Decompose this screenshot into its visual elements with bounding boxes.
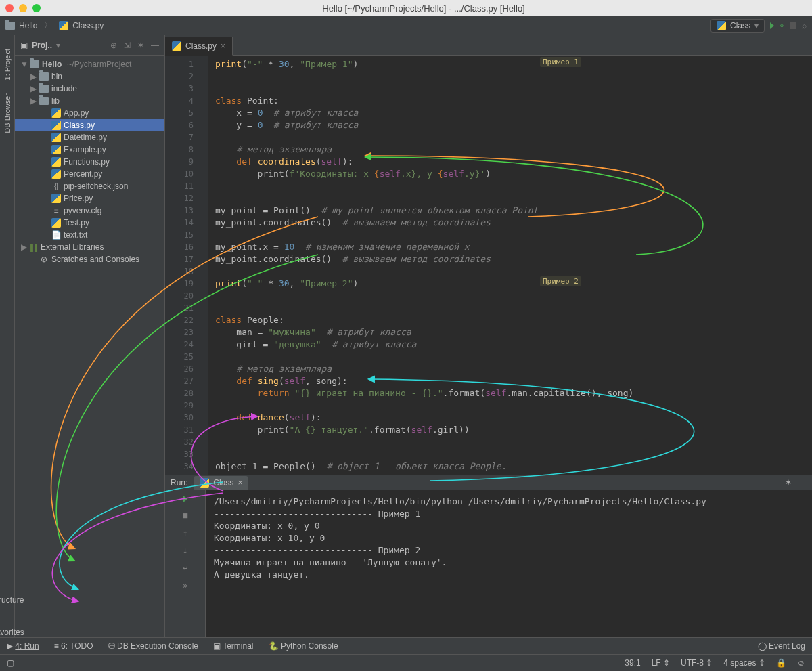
tool-tab-run[interactable]: ▶ 4: Run bbox=[7, 641, 39, 651]
close-window-icon[interactable] bbox=[5, 4, 14, 12]
tree-scratches[interactable]: ⊘Scratches and Consoles bbox=[15, 253, 164, 265]
inspection-icon[interactable]: ☺ bbox=[797, 658, 805, 668]
text-file-icon: 📄 bbox=[51, 230, 61, 240]
editor-area: Class.py × 12345678910111213141516171819… bbox=[165, 35, 812, 637]
file-encoding[interactable]: UTF-8 ⇕ bbox=[681, 658, 713, 668]
chevron-down-icon: ▾ bbox=[754, 21, 759, 30]
tree-file[interactable]: ⦃pip-selfcheck.json bbox=[15, 180, 164, 192]
python-file-icon bbox=[51, 145, 61, 154]
tool-tab-terminal[interactable]: ▣ Terminal bbox=[213, 641, 253, 651]
chevron-right-icon: 〉 bbox=[44, 20, 52, 31]
tool-window-toggle-icon[interactable]: ▢ bbox=[7, 658, 14, 668]
project-panel-title[interactable]: Proj.. bbox=[32, 41, 52, 50]
left-tool-gutter: 1: Project DB Browser bbox=[0, 35, 15, 637]
rerun-icon[interactable] bbox=[183, 496, 187, 502]
lock-icon[interactable]: 🔒 bbox=[776, 658, 786, 668]
debug-button-icon[interactable]: ⌖ bbox=[780, 21, 784, 30]
editor-tab[interactable]: Class.py × bbox=[165, 37, 233, 56]
window-title: Hello [~/PycharmProjects/Hello] - .../Cl… bbox=[41, 3, 807, 14]
navigation-bar: Hello 〉 Class.py Class ▾ ⌖ ⌕ bbox=[0, 16, 812, 35]
stop-button-icon[interactable] bbox=[790, 22, 796, 29]
gutter[interactable]: 1234567891011121314151617181920212223242… bbox=[165, 56, 199, 490]
python-file-icon bbox=[51, 218, 61, 228]
tree-file[interactable]: Example.py bbox=[15, 144, 164, 156]
python-file-icon bbox=[51, 121, 61, 130]
stop-icon[interactable]: ■ bbox=[183, 511, 187, 520]
status-bar: ▢ 39:1 LF ⇕ UTF-8 ⇕ 4 spaces ⇕ 🔒 ☺ bbox=[0, 654, 812, 671]
tool-tab-todo[interactable]: ≡ 6: TODO bbox=[54, 641, 93, 651]
fold-gutter[interactable] bbox=[199, 56, 208, 490]
tool-tab-structure[interactable]: 7: Structure bbox=[0, 586, 24, 605]
close-tab-icon[interactable]: × bbox=[238, 478, 242, 488]
tree-file[interactable]: Test.py bbox=[15, 217, 164, 229]
run-config-selector[interactable]: Class ▾ bbox=[710, 19, 765, 33]
inline-annotation: Пример 1 bbox=[540, 57, 581, 67]
tree-root[interactable]: ▼Hello~/PycharmProject bbox=[15, 58, 164, 70]
gear-icon[interactable]: ✶ bbox=[137, 41, 144, 50]
gear-icon[interactable]: ✶ bbox=[785, 478, 792, 488]
tree-folder[interactable]: ▶lib bbox=[15, 95, 164, 107]
line-separator[interactable]: LF ⇕ bbox=[652, 658, 670, 668]
tool-tab-favorites[interactable]: 2: Favorites bbox=[0, 618, 24, 637]
target-icon[interactable]: ⊕ bbox=[110, 41, 117, 50]
python-file-icon bbox=[51, 194, 61, 203]
library-icon: ‖‖ bbox=[30, 242, 38, 252]
tree-file[interactable]: 📄text.txt bbox=[15, 229, 164, 241]
config-file-icon: ≡ bbox=[51, 206, 61, 215]
python-icon bbox=[717, 21, 726, 30]
tool-tab-project[interactable]: 1: Project bbox=[3, 49, 12, 80]
run-button-icon[interactable] bbox=[770, 22, 774, 29]
tree-external-libs[interactable]: ▶‖‖External Libraries bbox=[15, 241, 164, 253]
breadcrumb-file[interactable]: Class.py bbox=[72, 21, 104, 30]
run-tool-window: Run: Class× ✶ — ■ ↑ ↓ ↩ » /Users/dmitriy… bbox=[165, 490, 812, 637]
tree-file-selected[interactable]: Class.py bbox=[15, 119, 164, 131]
tool-tab-db-browser[interactable]: DB Browser bbox=[3, 93, 12, 133]
minimize-window-icon[interactable] bbox=[19, 4, 27, 12]
indent-settings[interactable]: 4 spaces ⇕ bbox=[723, 658, 765, 668]
run-toolbar: ■ ↑ ↓ ↩ » bbox=[165, 490, 206, 637]
tree-folder[interactable]: ▶bin bbox=[15, 70, 164, 83]
run-console-output[interactable]: /Users/dmitriy/PycharmProjects/Hello/bin… bbox=[206, 490, 812, 637]
mac-titlebar: Hello [~/PycharmProjects/Hello] - .../Cl… bbox=[0, 0, 812, 16]
run-tab[interactable]: Class× bbox=[194, 476, 248, 490]
tree-file[interactable]: Datetime.py bbox=[15, 131, 164, 144]
folder-icon bbox=[30, 60, 39, 68]
python-file-icon bbox=[51, 133, 61, 142]
python-icon bbox=[200, 478, 209, 488]
tree-folder[interactable]: ▶include bbox=[15, 83, 164, 95]
tool-tab-python-console[interactable]: 🐍 Python Console bbox=[269, 641, 338, 651]
wrap-icon[interactable]: ↩ bbox=[183, 563, 187, 573]
python-file-icon bbox=[59, 21, 68, 30]
tree-file[interactable]: ≡pyvenv.cfg bbox=[15, 204, 164, 217]
caret-position[interactable]: 39:1 bbox=[625, 658, 640, 668]
json-file-icon: ⦃ bbox=[51, 181, 61, 191]
tree-file[interactable]: Percent.py bbox=[15, 168, 164, 180]
python-file-icon bbox=[51, 169, 61, 179]
run-panel-label: Run: bbox=[171, 478, 187, 488]
breadcrumb-project[interactable]: Hello bbox=[19, 21, 37, 30]
folder-icon bbox=[39, 72, 49, 81]
zoom-window-icon[interactable] bbox=[32, 4, 41, 12]
inline-annotation: Пример 2 bbox=[540, 276, 581, 286]
project-tool-window: ▣ Proj.. ▾ ⊕ ⇲ ✶ — ▼Hello~/PycharmProjec… bbox=[15, 35, 165, 637]
tool-tab-db-console[interactable]: ⛁ DB Execution Console bbox=[108, 641, 198, 651]
hide-panel-icon[interactable]: — bbox=[798, 478, 807, 488]
hide-panel-icon[interactable]: — bbox=[151, 41, 159, 50]
search-icon[interactable]: ⌕ bbox=[802, 21, 807, 30]
collapse-all-icon[interactable]: ⇲ bbox=[124, 41, 131, 50]
project-tree[interactable]: ▼Hello~/PycharmProject ▶bin ▶include ▶li… bbox=[15, 56, 164, 268]
down-icon[interactable]: ↓ bbox=[183, 546, 187, 555]
tree-file[interactable]: Price.py bbox=[15, 192, 164, 204]
editor-tabs: Class.py × bbox=[165, 35, 812, 56]
tree-file[interactable]: App.py bbox=[15, 107, 164, 119]
expand-icon[interactable]: » bbox=[183, 581, 187, 590]
folder-icon bbox=[39, 85, 49, 93]
code-editor[interactable]: 1234567891011121314151617181920212223242… bbox=[165, 56, 812, 490]
scratches-icon: ⊘ bbox=[39, 255, 49, 264]
chevron-down-icon[interactable]: ▾ bbox=[56, 41, 60, 50]
python-file-icon bbox=[51, 108, 61, 118]
up-icon[interactable]: ↑ bbox=[183, 528, 187, 538]
close-tab-icon[interactable]: × bbox=[221, 41, 225, 51]
tree-file[interactable]: Functions.py bbox=[15, 156, 164, 168]
event-log-button[interactable]: ◯ Event Log bbox=[758, 641, 805, 651]
